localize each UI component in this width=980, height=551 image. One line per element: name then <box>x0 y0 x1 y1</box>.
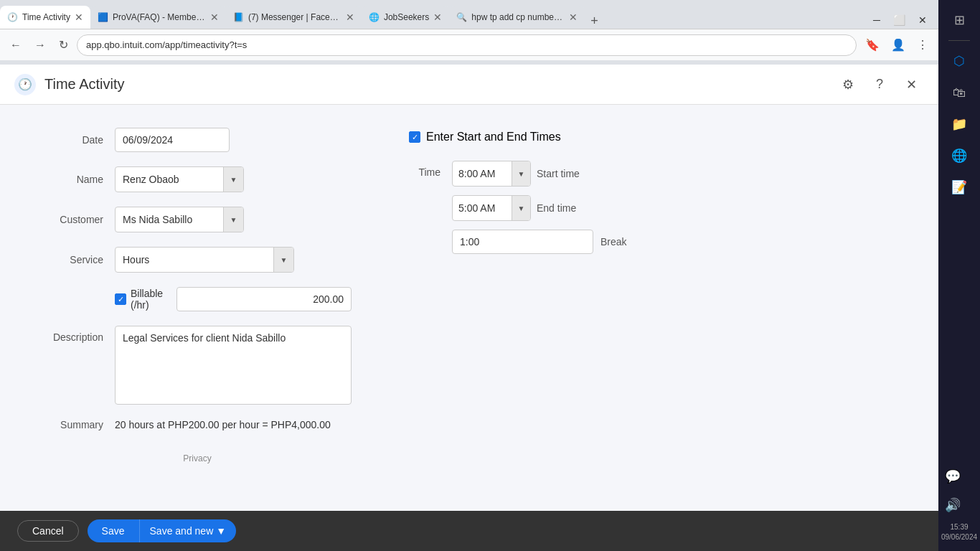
end-time-label: End time <box>537 202 576 214</box>
name-field-row: Name Renz Obaob ▼ <box>43 166 352 192</box>
tab-label-time-activity: Time Activity <box>22 12 70 22</box>
bookmark-icon[interactable]: 🔖 <box>861 35 884 55</box>
time-section: Time 8:00 AM ▼ Start time <box>409 161 746 265</box>
save-and-new-button[interactable]: Save and new ▼ <box>139 519 237 542</box>
url-bar[interactable]: app.qbo.intuit.com/app/timeactivity?t=s <box>77 34 857 56</box>
store-icon[interactable]: 🛍 <box>945 78 974 107</box>
name-input-wrapper: Renz Obaob ▼ <box>115 166 352 192</box>
name-select-text: Renz Obaob <box>116 167 223 192</box>
cancel-button[interactable]: Cancel <box>17 520 79 542</box>
tab-label-jobseekers: JobSeekers <box>384 12 429 22</box>
help-button[interactable]: ? <box>867 72 892 98</box>
profile-avatar[interactable]: 👤 <box>887 35 910 55</box>
close-button[interactable]: ✕ <box>898 72 924 98</box>
customer-label: Customer <box>43 214 115 225</box>
time-section-label: Time <box>409 161 452 178</box>
customer-input-wrapper: Ms Nida Sabillo ▼ <box>115 207 352 232</box>
start-button[interactable]: ⊞ <box>945 6 974 34</box>
reload-button[interactable]: ↻ <box>55 35 72 55</box>
summary-row: Summary 20 hours at PHP200.00 per hour =… <box>43 419 352 430</box>
description-row: Description Legal Services for client <s… <box>43 326 352 405</box>
taskbar-divider <box>948 40 970 41</box>
tab-favicon-time-activity: 🕐 <box>7 12 18 22</box>
volume-icon[interactable]: 🔊 <box>938 491 967 519</box>
form-left: Date Name Renz Obaob ▼ <box>43 128 395 463</box>
form-content: Date Name Renz Obaob ▼ <box>0 105 789 486</box>
summary-text: 20 hours at PHP200.00 per hour = PHP4,00… <box>115 419 331 430</box>
tab-close-time-activity[interactable]: ✕ <box>75 11 83 23</box>
start-time-select[interactable]: 8:00 AM ▼ <box>452 161 531 187</box>
form-grid: Date Name Renz Obaob ▼ <box>43 128 746 463</box>
rate-input[interactable] <box>176 287 352 311</box>
chrome-icon[interactable]: 🌐 <box>945 141 974 170</box>
enter-times-check-icon: ✓ <box>412 133 418 142</box>
description-textarea[interactable]: Legal Services for client <span class="s… <box>115 326 352 405</box>
tab-google[interactable]: 🔍 hpw tp add cp number in... ✕ <box>449 6 585 29</box>
browser-nav: ← → ↻ app.qbo.intuit.com/app/timeactivit… <box>0 29 938 60</box>
service-select[interactable]: Hours ▼ <box>115 247 294 273</box>
start-time-label: Start time <box>537 168 580 179</box>
name-dropdown-arrow[interactable]: ▼ <box>223 167 243 192</box>
start-time-arrow[interactable]: ▼ <box>512 161 530 186</box>
maximize-button[interactable]: ⬜ <box>887 11 911 29</box>
billable-checkbox[interactable]: ✓ <box>115 293 126 305</box>
minimize-button[interactable]: ─ <box>867 11 886 29</box>
tab-close-prova[interactable]: ✕ <box>210 11 219 23</box>
form-right: ✓ Enter Start and End Times Time 8:00 AM… <box>395 128 746 463</box>
tab-jobseekers[interactable]: 🌐 JobSeekers ✕ <box>362 6 449 29</box>
app-container: Date Name Renz Obaob ▼ <box>0 105 938 551</box>
name-select[interactable]: Renz Obaob ▼ <box>115 166 244 192</box>
tab-time-activity[interactable]: 🕐 Time Activity ✕ <box>0 6 90 29</box>
folder-icon[interactable]: 📁 <box>945 110 974 138</box>
tab-prova-faq[interactable]: 🟦 ProVA(FAQ) - Member - T... ✕ <box>90 6 226 29</box>
browser-tabs: 🕐 Time Activity ✕ 🟦 ProVA(FAQ) - Member … <box>0 0 938 29</box>
end-time-value: 5:00 AM <box>453 196 512 220</box>
header-actions: ⚙ ? ✕ <box>835 72 924 98</box>
date-input[interactable] <box>115 128 230 152</box>
taskbar-bottom: 💬 🔊 15:39 09/06/2024 <box>938 462 980 545</box>
enter-times-checkbox[interactable]: ✓ <box>409 131 420 143</box>
windows-taskbar: ⊞ ⬡ 🛍 📁 🌐 📝 💬 🔊 15:39 09/06/2024 <box>938 0 980 551</box>
forward-button[interactable]: → <box>30 36 50 55</box>
tab-close-facebook[interactable]: ✕ <box>346 11 354 23</box>
tab-label-google: hpw tp add cp number in... <box>471 12 565 22</box>
settings-button[interactable]: ⚙ <box>835 72 861 98</box>
date-label: Date <box>43 134 115 146</box>
break-input[interactable] <box>452 230 593 254</box>
start-time-row: 8:00 AM ▼ Start time <box>452 161 627 187</box>
tab-close-jobseekers[interactable]: ✕ <box>433 11 442 23</box>
description-label: Description <box>43 326 115 343</box>
customer-dropdown-arrow[interactable]: ▼ <box>223 207 243 232</box>
tab-facebook[interactable]: 📘 (7) Messenger | Facebook ✕ <box>226 6 362 29</box>
app-header: 🕐 Time Activity ⚙ ? ✕ <box>0 65 938 105</box>
name-label: Name <box>43 174 115 185</box>
customer-field-row: Customer Ms Nida Sabillo ▼ <box>43 207 352 232</box>
customer-select[interactable]: Ms Nida Sabillo ▼ <box>115 207 244 232</box>
browser-chrome: 🕐 Time Activity ✕ 🟦 ProVA(FAQ) - Member … <box>0 0 938 65</box>
save-button[interactable]: Save <box>88 519 139 542</box>
chat-icon[interactable]: 💬 <box>938 462 967 491</box>
service-dropdown-arrow[interactable]: ▼ <box>273 248 293 272</box>
billable-checkbox-wrapper: ✓ Billable (/hr) <box>115 288 165 311</box>
enter-times-row: ✓ Enter Start and End Times <box>409 131 746 143</box>
browser-menu-button[interactable]: ⋮ <box>913 35 933 55</box>
tab-label-prova: ProVA(FAQ) - Member - T... <box>113 12 206 22</box>
time-activity-icon: 🕐 <box>14 74 36 95</box>
enter-times-label: Enter Start and End Times <box>426 131 561 143</box>
edge-icon[interactable]: ⬡ <box>945 47 974 75</box>
tab-close-google[interactable]: ✕ <box>569 11 578 23</box>
date-field-row: Date <box>43 128 352 152</box>
new-tab-button[interactable]: + <box>585 14 604 29</box>
summary-label: Summary <box>43 419 115 430</box>
end-time-arrow[interactable]: ▼ <box>512 196 530 220</box>
customer-select-text: Ms Nida Sabillo <box>116 207 223 232</box>
back-button[interactable]: ← <box>6 36 26 55</box>
sticky-notes-icon[interactable]: 📝 <box>945 173 974 202</box>
save-new-dropdown-arrow[interactable]: ▼ <box>216 525 226 537</box>
break-label: Break <box>600 236 627 248</box>
end-time-select[interactable]: 5:00 AM ▼ <box>452 195 531 221</box>
tab-favicon-facebook: 📘 <box>233 12 244 22</box>
window-close-button[interactable]: ✕ <box>913 11 933 29</box>
tab-favicon-google: 🔍 <box>456 12 467 22</box>
tab-favicon-jobseekers: 🌐 <box>369 12 380 22</box>
